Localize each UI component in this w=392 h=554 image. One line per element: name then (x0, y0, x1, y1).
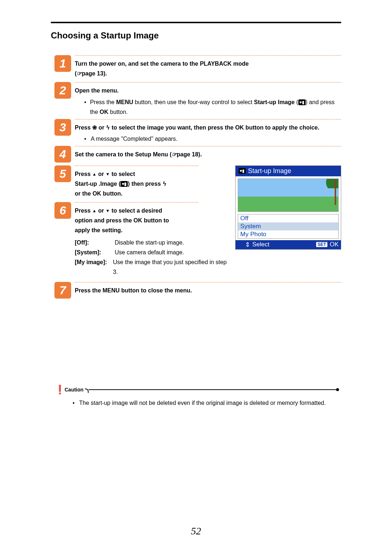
flash-icon: ϟ (163, 181, 167, 187)
text: or the OK button. (75, 190, 123, 197)
option-myimage-label: [My image]: (75, 257, 113, 277)
menu-label: MENU (116, 99, 133, 105)
step-6-heading: Press or to select a desired option and … (75, 208, 169, 233)
page-ref: page 18). (177, 151, 202, 157)
text: button. (109, 109, 128, 115)
text: Press the (90, 99, 116, 105)
screenshot-ok: SET OK (316, 241, 339, 248)
option-system-desc: Use camera default image. (115, 247, 184, 257)
step-3: 3 Press ❀ or ϟ to select the image you w… (54, 119, 341, 144)
text: Press (75, 208, 92, 214)
step-number-6: 6 (54, 202, 71, 219)
options-table: [Off]: Disable the start-up image. [Syst… (75, 238, 228, 277)
text: ( (295, 99, 298, 105)
text: ) then press (128, 181, 162, 187)
step-3-heading: Press ❀ or ϟ to select the image you wan… (75, 124, 319, 131)
step-number-2: 2 (54, 82, 71, 99)
text: to select (110, 171, 135, 177)
option-myimage-desc: Use the image that you just specified in… (113, 257, 228, 277)
triangle-down-icon (106, 171, 110, 177)
text: Start-up .Image ( (75, 181, 121, 187)
screenshot-titlebar: ♥▮ Start-up Image (236, 166, 341, 176)
dotted-rule (75, 55, 341, 57)
step-number-3: 3 (54, 119, 71, 136)
step-1: 1 Turn the power on, and set the camera … (54, 55, 341, 78)
select-label: Select (252, 241, 269, 248)
text: Press (75, 124, 92, 131)
page-title: Choosing a Startup Image (51, 30, 341, 41)
screenshot-option-off: Off (238, 214, 338, 222)
flash-icon: ϟ (106, 124, 110, 131)
caution-bracket (85, 389, 89, 393)
step-6: 6 Press or to select a desired option an… (54, 202, 228, 277)
bullet-icon: • (73, 398, 79, 408)
step-number-4: 4 (54, 146, 71, 163)
step-4: 4 Set the camera to the Setup Menu (☞pag… (54, 146, 341, 159)
caution-icon: ❗ (54, 385, 63, 395)
startup-image-icon: ♥▮ (298, 99, 306, 105)
startup-image-icon: ♥▮ (238, 168, 246, 174)
palm-trunk-graphic (335, 180, 336, 205)
macro-icon: ❀ (92, 124, 97, 131)
text: button, then use the four-way control to… (133, 99, 254, 105)
caution-label: Caution (65, 387, 83, 393)
set-badge: SET (316, 242, 327, 247)
step-number-5: 5 (54, 165, 71, 182)
page: Choosing a Startup Image 1 Turn the powe… (51, 0, 341, 548)
step-2-sublist: • Press the MENU button, then use the fo… (84, 97, 341, 117)
steps-5-6-wrap: 5 Press or to select Start-up .Image (♥▮… (54, 165, 341, 279)
screenshot-option-myphoto: My Photo (238, 230, 338, 238)
table-row: [My image]: Use the image that you just … (75, 257, 228, 277)
text: Press the MENU button, then use the four… (90, 97, 341, 117)
dotted-rule (75, 202, 198, 204)
caution-block: ❗ Caution • The start-up image will not … (54, 385, 338, 408)
step-number-1: 1 (54, 55, 71, 72)
text: Press (75, 171, 92, 177)
screenshot-preview-image (238, 178, 339, 212)
page-number: 52 (51, 525, 341, 537)
dotted-rule (75, 282, 341, 283)
step-7: 7 Press the MENU button to close the men… (54, 282, 341, 295)
list-item: • A message "Completed" appears. (84, 134, 341, 144)
text: option and press the OK button to (75, 217, 169, 223)
table-row: [System]: Use camera default image. (75, 247, 228, 257)
step-3-sublist: • A message "Completed" appears. (84, 134, 341, 144)
startup-image-icon: ♥▮ (121, 181, 128, 187)
ok-label: OK (330, 241, 339, 248)
text: A message "Completed" appears. (91, 134, 177, 144)
step-5: 5 Press or to select Start-up .Image (♥▮… (54, 165, 228, 199)
text: or (97, 208, 106, 214)
list-item: • Press the MENU button, then use the fo… (84, 97, 341, 117)
dotted-rule (75, 82, 341, 83)
text: apply the setting. (75, 227, 123, 233)
text: or (97, 124, 106, 131)
dotted-rule (75, 119, 341, 120)
caution-line (89, 389, 338, 390)
caution-head: ❗ Caution (54, 385, 338, 395)
option-off-desc: Disable the start-up image. (115, 238, 184, 247)
camera-screenshot: ♥▮ Start-up Image Off System My Photo ⇕ … (235, 165, 341, 250)
step-5-heading: Press or to select Start-up .Image (♥▮) … (75, 171, 167, 197)
caution-body: • The start-up image will not be deleted… (73, 398, 338, 408)
page-ref: page 13). (82, 70, 107, 77)
step-1-heading: Turn the power on, and set the camera to… (75, 61, 249, 77)
step-2: 2 Open the menu. • Press the MENU button… (54, 82, 341, 117)
text: Turn the power on, and set the camera to… (75, 61, 249, 67)
pointer-icon: ☞ (172, 151, 177, 157)
screenshot-select: ⇕ Select (245, 241, 269, 249)
table-row: [Off]: Disable the start-up image. (75, 238, 228, 247)
steps: 1 Turn the power on, and set the camera … (54, 55, 341, 296)
option-system-label: [System]: (75, 247, 115, 257)
screenshot-option-system: System (238, 222, 338, 230)
option-off-label: [Off]: (75, 238, 115, 247)
text: to select a desired (110, 208, 162, 214)
triangle-up-icon (92, 171, 97, 177)
screenshot-option-list: Off System My Photo (238, 214, 339, 239)
caution-text: The start-up image will not be deleted e… (79, 398, 326, 408)
startup-image-label: Start-up Image (254, 99, 295, 105)
triangle-up-icon (92, 208, 97, 214)
screenshot-title: Start-up Image (248, 167, 291, 175)
triangle-down-icon (106, 208, 110, 214)
text: or (97, 171, 106, 177)
pointer-icon: ☞ (77, 70, 82, 77)
